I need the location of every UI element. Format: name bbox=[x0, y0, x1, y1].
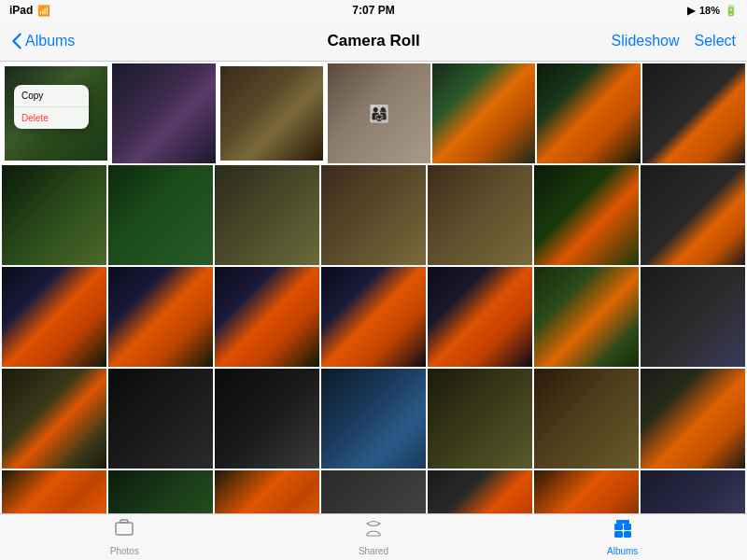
context-menu-delete[interactable]: Delete bbox=[14, 107, 89, 129]
grid-row-2 bbox=[2, 165, 745, 265]
slideshow-button[interactable]: Slideshow bbox=[612, 33, 680, 49]
photo-cell-12[interactable] bbox=[428, 165, 532, 265]
photo-cell-18[interactable] bbox=[321, 267, 426, 367]
photo-cell-20[interactable] bbox=[534, 267, 639, 367]
back-label: Albums bbox=[25, 33, 75, 49]
photo-cell-10[interactable] bbox=[215, 165, 319, 265]
svg-rect-3 bbox=[624, 524, 631, 530]
photo-cell-26[interactable] bbox=[428, 369, 532, 469]
photo-cell-25[interactable] bbox=[321, 369, 426, 469]
select-button[interactable]: Select bbox=[695, 33, 736, 49]
svg-rect-0 bbox=[116, 523, 133, 535]
svg-rect-6 bbox=[616, 520, 629, 524]
grid-row-1: Copy Delete 👨‍👩‍👧 bbox=[2, 63, 745, 163]
battery-icon: 🔋 bbox=[725, 5, 738, 17]
status-time: 7:07 PM bbox=[352, 4, 394, 17]
photo-cell-31[interactable] bbox=[215, 470, 319, 513]
photo-cell-16[interactable] bbox=[108, 267, 213, 367]
photos-icon bbox=[114, 518, 134, 544]
photo-cell-1[interactable]: Copy Delete bbox=[2, 63, 110, 163]
photo-cell-30[interactable] bbox=[108, 470, 213, 513]
photo-cell-3[interactable] bbox=[218, 63, 326, 163]
photo-cell-34[interactable] bbox=[534, 470, 639, 513]
context-menu-copy[interactable]: Copy bbox=[14, 85, 89, 107]
page-title: Camera Roll bbox=[327, 32, 419, 50]
photo-cell-35[interactable] bbox=[641, 470, 745, 513]
photo-cell-9[interactable] bbox=[108, 165, 213, 265]
svg-rect-1 bbox=[120, 520, 128, 523]
tab-shared[interactable]: Shared bbox=[249, 518, 499, 556]
context-menu: Copy Delete bbox=[14, 85, 89, 129]
photo-cell-33[interactable] bbox=[428, 470, 532, 513]
grid-row-4 bbox=[2, 369, 745, 469]
photo-cell-28[interactable] bbox=[641, 369, 745, 469]
photo-cell-29[interactable] bbox=[2, 470, 106, 513]
nav-actions: Slideshow Select bbox=[612, 33, 736, 49]
svg-rect-4 bbox=[614, 531, 623, 538]
photo-cell-23[interactable] bbox=[108, 369, 213, 469]
photo-cell-7[interactable] bbox=[642, 63, 745, 163]
photo-cell-14[interactable] bbox=[641, 165, 745, 265]
photo-grid: Copy Delete 👨‍👩‍👧 bbox=[0, 62, 747, 513]
photo-cell-2[interactable] bbox=[112, 63, 215, 163]
photo-cell-15[interactable] bbox=[2, 267, 106, 367]
svg-rect-5 bbox=[624, 531, 631, 538]
svg-rect-2 bbox=[614, 524, 623, 530]
tab-albums-label: Albums bbox=[607, 546, 638, 556]
photo-cell-24[interactable] bbox=[215, 369, 319, 469]
grid-row-3 bbox=[2, 267, 745, 367]
tab-photos-label: Photos bbox=[110, 546, 139, 556]
signal-icon: ▶ bbox=[687, 5, 695, 17]
albums-icon bbox=[613, 518, 633, 544]
status-left: iPad 📶 bbox=[9, 4, 50, 17]
photo-cell-21[interactable] bbox=[641, 267, 745, 367]
photo-cell-5[interactable] bbox=[432, 63, 535, 163]
photo-cell-8[interactable] bbox=[2, 165, 106, 265]
tab-bar: Photos Shared Albums bbox=[0, 513, 747, 560]
status-bar: iPad 📶 7:07 PM ▶ 18% 🔋 bbox=[0, 0, 747, 21]
wifi-icon: 📶 bbox=[37, 5, 50, 17]
photo-cell-27[interactable] bbox=[534, 369, 639, 469]
tab-photos[interactable]: Photos bbox=[0, 518, 249, 556]
photo-cell-17[interactable] bbox=[215, 267, 319, 367]
back-button[interactable]: Albums bbox=[11, 33, 75, 49]
carrier-label: iPad bbox=[9, 4, 33, 17]
photo-cell-11[interactable] bbox=[321, 165, 426, 265]
status-right: ▶ 18% 🔋 bbox=[687, 5, 738, 17]
shared-icon bbox=[363, 518, 384, 544]
tab-albums[interactable]: Albums bbox=[498, 518, 747, 556]
grid-row-5 bbox=[2, 470, 745, 513]
nav-bar: Albums Camera Roll Slideshow Select bbox=[0, 21, 747, 62]
photo-cell-6[interactable] bbox=[537, 63, 640, 163]
photo-cell-19[interactable] bbox=[428, 267, 532, 367]
photo-cell-4[interactable]: 👨‍👩‍👧 bbox=[328, 63, 430, 163]
photo-cell-22[interactable] bbox=[2, 369, 106, 469]
photo-cell-32[interactable] bbox=[321, 470, 426, 513]
photo-cell-13[interactable] bbox=[534, 165, 639, 265]
battery-label: 18% bbox=[699, 5, 720, 16]
tab-shared-label: Shared bbox=[359, 546, 388, 556]
